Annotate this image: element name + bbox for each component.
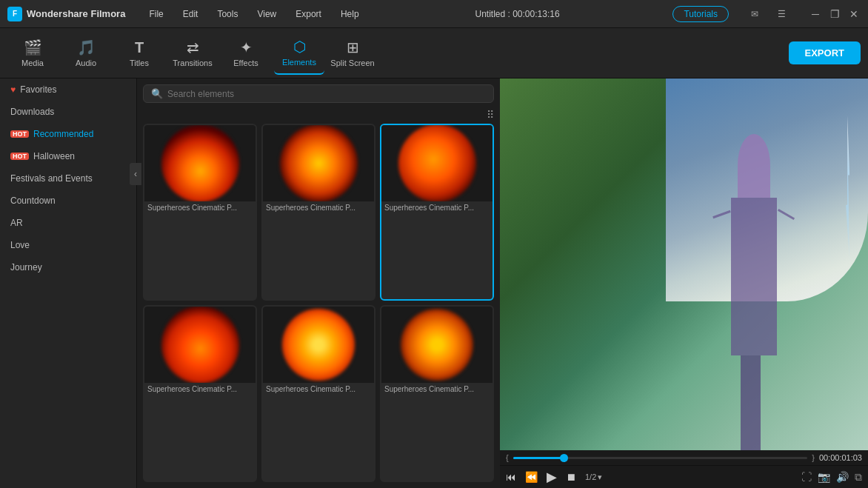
- app-logo-icon: F: [7, 7, 22, 21]
- fire-effect-6: [401, 309, 473, 381]
- panel-collapse-button[interactable]: ‹: [130, 163, 137, 185]
- notifications-icon[interactable]: ✉: [748, 7, 761, 21]
- sidebar-item-festivals-label: Festivals and Events: [10, 173, 93, 184]
- person-silhouette: [721, 134, 787, 450]
- skip-back-button[interactable]: ⏮: [506, 471, 516, 483]
- grid-item-thumb: [381, 307, 493, 383]
- toolbar: 🎬 Media 🎵 Audio T Titles ⇄ Transitions ✦…: [0, 28, 868, 78]
- export-button[interactable]: EXPORT: [789, 41, 861, 64]
- sidebar-item-favorites[interactable]: ♥ Favorites: [0, 78, 136, 101]
- grid-item-thumb: [263, 307, 374, 383]
- sidebar-item-festivals[interactable]: Festivals and Events: [0, 167, 136, 190]
- window-controls: ─ ❐ ✕: [809, 7, 861, 21]
- menu-edit[interactable]: Edit: [180, 7, 201, 21]
- time-display: 00:00:01:03: [819, 453, 862, 462]
- grid-item-thumb: [263, 125, 374, 201]
- search-input[interactable]: [167, 89, 486, 99]
- sidebar-item-halloween[interactable]: HOT Halloween: [0, 145, 136, 167]
- progress-thumb: [560, 454, 568, 462]
- grid-item[interactable]: Superheroes Cinematic P...: [261, 124, 375, 301]
- menu-dots-icon[interactable]: ☰: [775, 7, 788, 21]
- maximize-button[interactable]: ❐: [828, 7, 841, 21]
- preview-video: [500, 78, 868, 450]
- menu-export[interactable]: Export: [293, 7, 324, 21]
- grid-item[interactable]: Superheroes Cinematic P...: [143, 305, 257, 482]
- elements-panel: ♥ Favorites Downloads HOT Recommended HO…: [0, 78, 137, 488]
- sidebar-item-journey[interactable]: Journey: [0, 256, 136, 278]
- fire-effect: [161, 125, 239, 201]
- video-background: [500, 78, 868, 450]
- grid-item[interactable]: Superheroes Cinematic P...: [261, 305, 375, 482]
- menu-view[interactable]: View: [254, 7, 279, 21]
- tool-media[interactable]: 🎬 Media: [7, 32, 58, 75]
- minimize-button[interactable]: ─: [809, 7, 822, 21]
- grid-item-selected[interactable]: Superheroes Cinematic P...: [380, 124, 494, 301]
- sidebar-item-downloads-label: Downloads: [10, 107, 54, 117]
- sidebar-item-downloads[interactable]: Downloads: [0, 101, 136, 123]
- tool-transitions-label: Transitions: [173, 59, 212, 67]
- sidebar-item-ar[interactable]: AR: [0, 212, 136, 234]
- main-area: ♥ Favorites Downloads HOT Recommended HO…: [0, 78, 868, 488]
- sidebar-item-recommended[interactable]: HOT Recommended: [0, 123, 136, 145]
- tool-splitscreen[interactable]: ⊞ Split Screen: [327, 32, 378, 75]
- grid-item-thumb: [381, 125, 493, 201]
- progress-track[interactable]: [513, 457, 808, 459]
- grid-item-label: Superheroes Cinematic P...: [144, 201, 256, 214]
- progress-fill: [513, 457, 567, 459]
- transitions-icon: ⇄: [187, 39, 199, 56]
- menu-tools[interactable]: Tools: [214, 7, 241, 21]
- tool-media-label: Media: [21, 59, 44, 67]
- tool-effects-label: Effects: [233, 59, 258, 67]
- grid-item-label: Superheroes Cinematic P...: [263, 201, 374, 214]
- grid-item-thumb: [144, 307, 256, 383]
- tool-titles[interactable]: T Titles: [114, 32, 164, 75]
- menu-bar: F Wondershare Filmora File Edit Tools Vi…: [0, 0, 868, 28]
- step-back-button[interactable]: ⏪: [525, 471, 538, 483]
- tool-effects[interactable]: ✦ Effects: [221, 32, 271, 75]
- fire-effect-5: [282, 309, 355, 381]
- tool-transitions[interactable]: ⇄ Transitions: [167, 32, 218, 75]
- bracket-open: {: [506, 453, 509, 462]
- menu-help[interactable]: Help: [338, 7, 362, 21]
- grid-item[interactable]: Superheroes Cinematic P...: [380, 305, 494, 482]
- close-button[interactable]: ✕: [847, 7, 861, 21]
- pip-icon[interactable]: ⧉: [855, 471, 862, 484]
- sidebar-item-love[interactable]: Love: [0, 234, 136, 256]
- grid-item-label: Superheroes Cinematic P...: [381, 201, 493, 214]
- tool-splitscreen-label: Split Screen: [330, 59, 374, 67]
- tool-audio[interactable]: 🎵 Audio: [61, 32, 111, 75]
- recommended-hot-badge: HOT: [10, 130, 29, 138]
- grid-item-label: Superheroes Cinematic P...: [263, 383, 374, 395]
- fullscreen-icon[interactable]: ⛶: [801, 471, 812, 483]
- right-controls: ⛶ 📷 🔊 ⧉: [801, 471, 862, 484]
- volume-icon[interactable]: 🔊: [836, 471, 849, 483]
- sidebar-item-recommended-label: Recommended: [33, 129, 93, 139]
- tool-audio-label: Audio: [76, 59, 96, 67]
- grid-item[interactable]: Superheroes Cinematic P...: [143, 124, 257, 301]
- effects-icon: ✦: [240, 39, 253, 56]
- grid-options-icon[interactable]: ⠿: [487, 109, 494, 121]
- grid-item-label: Superheroes Cinematic P...: [381, 383, 493, 395]
- fire-effect-2: [280, 125, 358, 201]
- sidebar-item-countdown[interactable]: Countdown: [0, 190, 136, 212]
- page-dropdown-icon[interactable]: ▾: [598, 472, 602, 482]
- content-grid: 🔍 ⠿ Superheroes Cinematic P... Superhero…: [137, 78, 500, 488]
- grid-item-thumb: [144, 125, 256, 201]
- stop-button[interactable]: ⏹: [566, 471, 576, 483]
- sidebar-item-favorites-label: Favorites: [20, 84, 56, 95]
- snapshot-icon[interactable]: 📷: [818, 471, 830, 483]
- favorites-heart-icon: ♥: [10, 84, 16, 95]
- bracket-close-symbol: }: [812, 453, 815, 462]
- sidebar-item-halloween-label: Halloween: [33, 151, 75, 161]
- tool-titles-label: Titles: [130, 59, 149, 67]
- titles-icon: T: [135, 39, 144, 56]
- app-logo: F Wondershare Filmora: [7, 7, 125, 21]
- tutorials-button[interactable]: Tutorials: [672, 6, 729, 22]
- fire-effect-4: [161, 307, 239, 383]
- preview-panel: { } 00:00:01:03 ⏮ ⏪ ▶ ⏹ 1/2 ▾ ⛶ 📷: [500, 78, 868, 488]
- play-button[interactable]: ▶: [547, 469, 557, 485]
- search-icon: 🔍: [151, 88, 163, 99]
- fire-effect-3: [398, 125, 476, 201]
- tool-elements[interactable]: ⬡ Elements: [274, 32, 324, 75]
- menu-file[interactable]: File: [146, 7, 166, 21]
